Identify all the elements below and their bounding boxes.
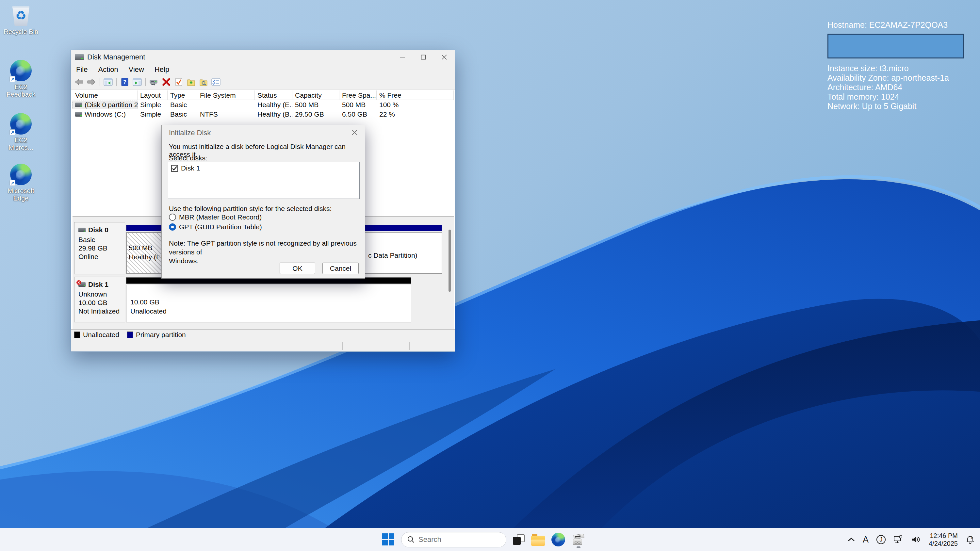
column-header-pct-free[interactable]: % Free — [377, 91, 411, 100]
disk1-label-box[interactable]: ✕ Disk 1 Unknown 10.00 GB Not Initialize… — [74, 277, 125, 322]
column-header-free-space[interactable]: Free Spa... — [339, 91, 377, 100]
disk0-size: 29.98 GB — [78, 244, 125, 252]
disk-list-box[interactable]: Disk 1 — [168, 162, 360, 199]
edge-shortcut-icon: ↗ — [10, 164, 32, 185]
desktop-icon-label: Microsoft Edge — [3, 187, 39, 202]
desktop-icon-label: Recycle Bin — [3, 28, 39, 36]
menu-action[interactable]: Action — [93, 65, 123, 74]
desktop: ♻ Recycle Bin ↗ EC2 Feedback ↗ EC2 Micro… — [0, 0, 980, 551]
menu-file[interactable]: File — [71, 65, 93, 74]
network-text: Network: Up to 5 Gigabit — [827, 102, 968, 111]
toolbar-forward-icon[interactable] — [86, 77, 97, 87]
clock[interactable]: 12:46 PM 4/24/2025 — [929, 532, 958, 548]
toolbar: ? — [71, 75, 455, 89]
minimize-button[interactable] — [392, 50, 413, 64]
ok-button[interactable]: OK — [280, 263, 315, 274]
cancel-button[interactable]: Cancel — [323, 263, 359, 274]
disk0-status: Online — [78, 252, 125, 261]
ime-mode-icon[interactable]: A — [863, 535, 869, 545]
gpt-note: Note: The GPT partition style is not rec… — [169, 239, 365, 265]
network-icon[interactable] — [893, 535, 903, 544]
legend-primary-label: Primary partition — [136, 331, 186, 339]
recycle-bin-icon: ♻ — [11, 5, 30, 26]
shortcut-arrow-icon: ↗ — [10, 180, 15, 186]
column-header-capacity[interactable]: Capacity — [293, 91, 339, 100]
toolbar-folder-up-icon[interactable] — [186, 77, 197, 87]
dialog-close-button[interactable] — [348, 127, 360, 138]
toolbar-check-document-icon[interactable] — [173, 77, 184, 87]
edge-shortcut-icon: ↗ — [10, 60, 32, 81]
disk0-label-box[interactable]: Disk 0 Basic 29.98 GB Online — [74, 222, 125, 274]
disk1-unallocated-region[interactable]: 10.00 GB Unallocated — [126, 277, 411, 322]
running-app-indicator — [577, 546, 581, 548]
tray-chevron-icon[interactable] — [848, 537, 855, 542]
toolbar-delete-icon[interactable] — [161, 77, 172, 87]
desktop-icon-ec2-feedback[interactable]: ↗ EC2 Feedback — [3, 60, 39, 98]
select-disks-label: Select disks: — [169, 154, 207, 162]
disk-management-app-icon — [75, 54, 84, 60]
instance-size-text: Instance size: t3.micro — [827, 64, 968, 73]
toolbar-back-icon[interactable] — [73, 77, 84, 87]
maximize-button[interactable] — [413, 50, 434, 64]
shortcut-arrow-icon: ↗ — [10, 129, 15, 135]
instance-info-overlay: Hostname: EC2AMAZ-7P2QOA3 Instance size:… — [827, 20, 968, 111]
window-title: Disk Management — [87, 53, 145, 61]
edge-browser-button[interactable] — [551, 533, 565, 546]
toolbar-help-icon[interactable]: ? — [119, 77, 130, 87]
ime-language-icon[interactable]: J — [877, 535, 886, 544]
task-view-button[interactable] — [513, 534, 525, 545]
desktop-icon-ec2-microsoft[interactable]: ↗ EC2 Micros... — [3, 113, 39, 152]
menu-help[interactable]: Help — [149, 65, 175, 74]
disk1-checkbox[interactable] — [171, 165, 178, 172]
volume-icon[interactable] — [911, 536, 921, 543]
disk0-type: Basic — [78, 235, 125, 244]
disk1-type: Unknown — [78, 290, 125, 299]
table-row[interactable]: (Disk 0 partition 2) Simple Basic Health… — [73, 100, 454, 110]
desktop-icon-microsoft-edge[interactable]: ↗ Microsoft Edge — [3, 164, 39, 202]
toolbar-rescan-disks-icon[interactable] — [148, 77, 159, 87]
graphical-view-scrollbar[interactable] — [449, 230, 451, 292]
menu-view[interactable]: View — [124, 65, 149, 74]
desktop-icon-label: EC2 Micros... — [3, 137, 39, 152]
toolbar-properties-list-icon[interactable] — [210, 77, 221, 87]
toolbar-console-tree-icon[interactable] — [103, 77, 114, 87]
file-explorer-button[interactable] — [531, 536, 545, 546]
gpt-radio-option[interactable]: GPT (GUID Partition Table) — [169, 223, 262, 231]
toolbar-action-pane-icon[interactable] — [132, 77, 143, 87]
table-row[interactable]: Windows (C:) Simple Basic NTFS Healthy (… — [73, 110, 454, 119]
disk-management-taskbar-button[interactable] — [572, 533, 585, 546]
column-header-volume[interactable]: Volume — [73, 91, 137, 100]
column-header-file-system[interactable]: File System — [197, 91, 255, 100]
volume-icon — [75, 112, 82, 117]
hostname-text: Hostname: EC2AMAZ-7P2QOA3 — [827, 20, 968, 30]
partition-type-strip — [126, 225, 165, 231]
start-button[interactable] — [382, 534, 395, 546]
taskbar-search[interactable] — [401, 532, 506, 548]
column-header-status[interactable]: Status — [255, 91, 293, 100]
availability-zone-text: Availability Zone: ap-northeast-1a — [827, 73, 968, 83]
gpt-label: GPT (GUID Partition Table) — [179, 223, 262, 231]
search-icon — [407, 536, 415, 543]
legend-unallocated-label: Unallocated — [83, 331, 119, 339]
mbr-radio[interactable] — [169, 214, 176, 221]
title-bar[interactable]: Disk Management — [71, 50, 455, 64]
mbr-radio-option[interactable]: MBR (Master Boot Record) — [169, 213, 262, 221]
disk1-option[interactable]: Disk 1 — [168, 162, 360, 172]
close-button[interactable] — [434, 50, 455, 64]
svg-text:z: z — [971, 536, 973, 540]
menu-bar: File Action View Help — [71, 64, 455, 75]
search-input[interactable] — [418, 535, 490, 544]
architecture-text: Architecture: AMD64 — [827, 83, 968, 92]
gpt-radio[interactable] — [169, 224, 176, 230]
clock-time: 12:46 PM — [929, 532, 958, 540]
column-header-type[interactable]: Type — [167, 91, 197, 100]
disk0-partition-efi[interactable]: 500 MB Healthy (EFI — [126, 225, 165, 274]
desktop-icon-recycle-bin[interactable]: ♻ Recycle Bin — [3, 5, 39, 36]
mbr-label: MBR (Master Boot Record) — [179, 213, 262, 221]
notification-bell-icon[interactable]: z — [966, 535, 975, 544]
desktop-icon-label: EC2 Feedback — [3, 83, 39, 98]
legend-primary-swatch — [127, 332, 133, 338]
column-header-layout[interactable]: Layout — [137, 91, 167, 100]
toolbar-folder-search-icon[interactable] — [198, 77, 209, 87]
partition-style-label: Use the following partition style for th… — [169, 205, 332, 213]
